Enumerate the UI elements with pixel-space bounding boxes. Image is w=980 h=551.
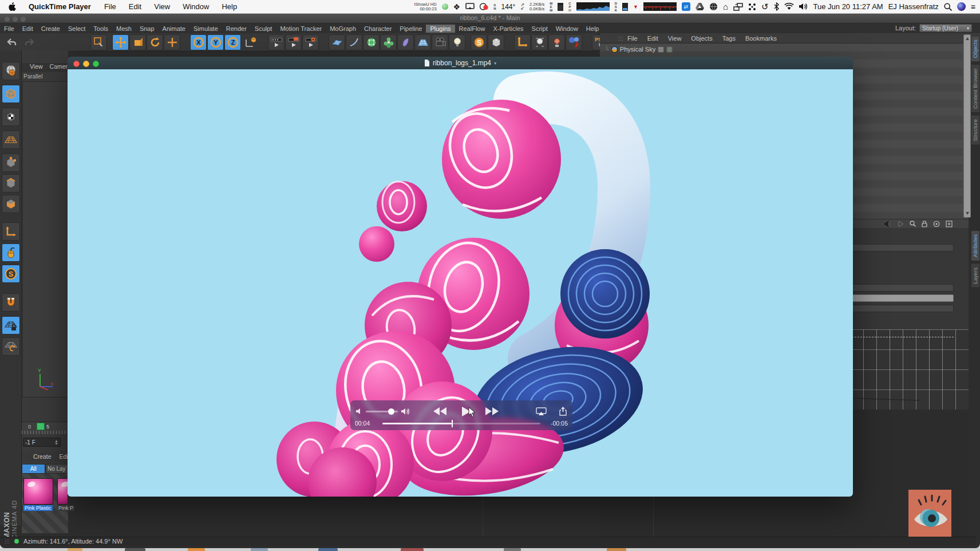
- c4d-menu-item[interactable]: Snap: [136, 25, 159, 33]
- light-icon[interactable]: [449, 34, 465, 50]
- c4d-menu-item[interactable]: Render: [222, 25, 251, 33]
- redo-icon[interactable]: [21, 34, 37, 50]
- model-mode-icon[interactable]: [2, 85, 20, 103]
- object-manager-menu-item[interactable]: Bookmarks: [745, 35, 777, 42]
- spline-pen-icon[interactable]: [346, 34, 362, 50]
- panel-tab[interactable]: Content Browser: [971, 64, 980, 113]
- volume-max-icon[interactable]: [401, 408, 410, 415]
- cpu-history-graph[interactable]: [576, 2, 610, 11]
- material-layer-tab[interactable]: All: [22, 464, 45, 474]
- add-panel-icon[interactable]: [946, 221, 953, 227]
- dock-icon-fragment[interactable]: [318, 548, 338, 551]
- dropbox-icon[interactable]: ❖: [453, 2, 461, 11]
- layout-select[interactable]: Startup (User)▾: [919, 24, 972, 32]
- subdivision-surface-icon[interactable]: [363, 34, 380, 50]
- qt-minimize-button[interactable]: [83, 61, 89, 67]
- last-tool-icon[interactable]: [164, 34, 180, 50]
- bluetooth-icon[interactable]: [774, 2, 779, 11]
- panel-tab[interactable]: Objects: [971, 36, 980, 62]
- material-thumbnail[interactable]: [23, 478, 53, 505]
- dock-icon-fragment[interactable]: [188, 548, 205, 551]
- seek-bar[interactable]: [382, 423, 540, 424]
- material-menu-item[interactable]: Create: [33, 453, 52, 460]
- viewport[interactable]: Y X: [22, 81, 68, 397]
- material-manager[interactable]: Pink Plastic Pink P: [22, 474, 68, 533]
- lock-icon[interactable]: [922, 221, 927, 227]
- viewport-menu-item[interactable]: Cameras: [50, 63, 68, 72]
- teamviewer-icon[interactable]: ⇄: [682, 2, 690, 11]
- dock-strip[interactable]: [0, 548, 980, 551]
- dynamics-icon[interactable]: [566, 34, 582, 50]
- siri-icon[interactable]: [957, 2, 966, 11]
- edges-mode-icon[interactable]: [2, 174, 20, 192]
- dock-icon-fragment[interactable]: [504, 548, 521, 551]
- panel-tab[interactable]: Layers: [971, 263, 980, 288]
- wifi-icon[interactable]: [784, 3, 794, 10]
- points-mode-icon[interactable]: [2, 154, 20, 172]
- globe-icon[interactable]: [709, 2, 718, 11]
- c4d-menu-item[interactable]: Animate: [159, 25, 189, 33]
- mograph-cloner-icon[interactable]: [380, 34, 397, 50]
- lock-z-axis-icon[interactable]: Z: [224, 34, 241, 50]
- dock-icon-fragment[interactable]: [401, 548, 424, 551]
- texture-tag-icon[interactable]: [658, 46, 664, 53]
- rotate-tool-icon[interactable]: [147, 34, 163, 50]
- object-manager-menu-item[interactable]: Tags: [722, 35, 736, 42]
- object-manager-menu-item[interactable]: Objects: [691, 35, 712, 42]
- volume-menu-icon[interactable]: [799, 3, 808, 10]
- c4d-menu-item[interactable]: Mesh: [112, 25, 136, 33]
- workplane-transform-icon[interactable]: [2, 337, 20, 356]
- panel-tab[interactable]: Structure: [971, 115, 980, 145]
- time-machine-icon[interactable]: ↺: [761, 2, 769, 12]
- axis-mode-icon[interactable]: [2, 222, 20, 241]
- material-layer-tab[interactable]: No Lay: [45, 464, 69, 474]
- workplane-lock-icon[interactable]: [2, 316, 20, 334]
- polygons-mode-icon[interactable]: [2, 195, 20, 213]
- render-to-picture-viewer-icon[interactable]: [285, 34, 302, 50]
- fast-forward-button[interactable]: [485, 407, 499, 415]
- mem-meter-bar[interactable]: [558, 3, 563, 11]
- macos-menu-item[interactable]: Window: [176, 2, 215, 11]
- viewport-nav-icon[interactable]: [2, 62, 20, 80]
- qt-close-button[interactable]: [73, 61, 80, 67]
- active-app-name[interactable]: QuickTime Player: [22, 2, 98, 11]
- viewport-menu-item[interactable]: View: [30, 63, 43, 72]
- object-manager-menu-item[interactable]: View: [668, 35, 682, 42]
- scale-tool-icon[interactable]: [129, 34, 146, 50]
- material-label[interactable]: Pink P: [57, 505, 74, 511]
- c4d-menu-item[interactable]: RealFlow: [455, 25, 489, 33]
- sky-object-icon[interactable]: S: [471, 34, 487, 50]
- c4d-menu-item[interactable]: Character: [360, 25, 396, 33]
- spotlight-search-icon[interactable]: [944, 3, 952, 11]
- coordinate-system-icon[interactable]: [242, 34, 258, 50]
- status-green-dot-icon[interactable]: [442, 3, 448, 10]
- frame-number-field[interactable]: -1 F ▲▼: [23, 438, 61, 447]
- object-tree-item[interactable]: └ Physical Sky ✓: [604, 45, 673, 53]
- volume-knob[interactable]: [388, 408, 394, 415]
- lock-x-axis-icon[interactable]: X: [190, 34, 207, 50]
- weights-tool-icon[interactable]: [548, 34, 565, 50]
- workplane-mode-icon[interactable]: [2, 131, 20, 149]
- c4d-menu-item[interactable]: Sculpt: [251, 25, 276, 33]
- c4d-menu-item[interactable]: File: [0, 25, 18, 33]
- magnet-snap-icon[interactable]: [2, 293, 20, 312]
- object-manager-menu-item[interactable]: File: [627, 35, 638, 42]
- c4d-menu-item[interactable]: X-Particles: [489, 25, 527, 33]
- history-forward-icon[interactable]: [897, 221, 904, 227]
- fast-user-switch[interactable]: EJ Hassenfratz: [888, 2, 939, 11]
- macos-menu-item[interactable]: File: [98, 2, 122, 11]
- c4d-menu-item[interactable]: Window: [552, 25, 582, 33]
- dock-icon-fragment[interactable]: [125, 548, 145, 551]
- enable-tag-icon[interactable]: ✓: [666, 46, 673, 53]
- home-icon[interactable]: ⌂: [723, 2, 728, 11]
- render-settings-icon[interactable]: [302, 34, 319, 50]
- render-view-icon[interactable]: [268, 34, 284, 50]
- c4d-menu-item[interactable]: Motion Tracker: [276, 25, 326, 33]
- move-tool-icon[interactable]: [112, 34, 129, 50]
- object-manager-scrollbar[interactable]: [963, 34, 971, 218]
- disk-meter-bar[interactable]: [622, 3, 628, 11]
- material-label[interactable]: Pink Plastic: [23, 505, 53, 511]
- apple-menu-icon[interactable]: [8, 2, 16, 11]
- deformer-icon[interactable]: [397, 34, 414, 50]
- dock-icon-fragment[interactable]: [68, 548, 82, 551]
